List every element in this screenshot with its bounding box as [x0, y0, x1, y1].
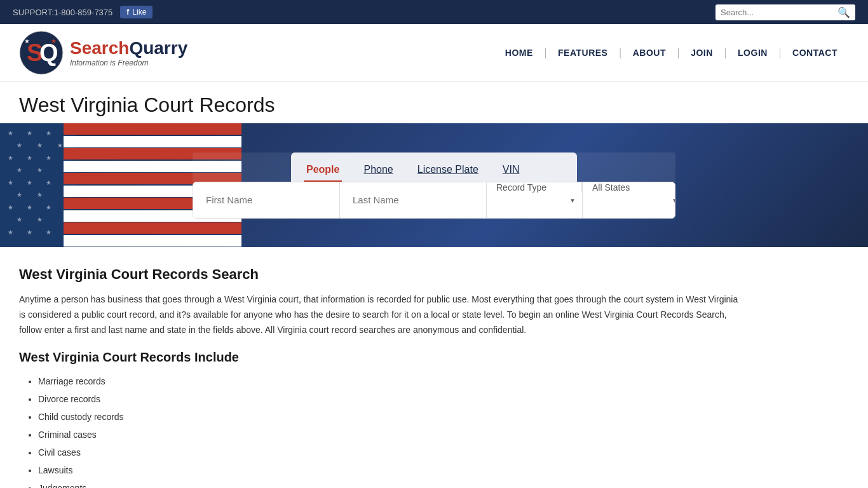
nav-home[interactable]: HOME	[494, 48, 545, 58]
search-icon[interactable]: 🔍	[837, 6, 850, 18]
first-name-input[interactable]	[193, 182, 340, 218]
fb-like-button[interactable]: f Like	[120, 6, 153, 18]
tab-vin[interactable]: VIN	[500, 159, 522, 182]
all-states-select[interactable]: All States Alabama Alaska West Virginia	[583, 182, 675, 193]
logo[interactable]: S Q ★ ★ SearchQuarry Information is Free…	[19, 30, 187, 75]
list-item: Criminal cases	[38, 426, 743, 444]
top-bar: SUPPORT:1-800-859-7375 f Like 🔍	[0, 0, 868, 24]
fb-icon: f	[126, 8, 129, 17]
logo-name-part1: Search	[70, 38, 129, 58]
tab-people[interactable]: People	[304, 159, 342, 182]
list-item: Marriage records	[38, 372, 743, 390]
list-item: Civil cases	[38, 444, 743, 461]
tab-license-plate[interactable]: License Plate	[415, 159, 481, 182]
nav-features[interactable]: FEATURES	[546, 48, 619, 58]
list-item: Judgements	[38, 479, 743, 488]
list-item: Child custody records	[38, 408, 743, 426]
record-type-wrapper: Record Type Criminal Civil Marriage Divo…	[487, 182, 583, 218]
hero-banner: ★ ★ ★ ★ ★ ★ ★ ★ ★ ★ ★ ★ ★ ★ ★ ★ ★ ★ ★ ★ …	[0, 123, 868, 247]
list-item: Divorce records	[38, 390, 743, 408]
logo-tagline: Information is Freedom	[70, 58, 187, 67]
search-panel: People Phone License Plate VIN Record Ty…	[193, 152, 675, 219]
top-bar-right: 🔍	[715, 4, 855, 20]
record-type-select[interactable]: Record Type Criminal Civil Marriage Divo…	[487, 182, 582, 193]
search-tabs: People Phone License Plate VIN	[291, 152, 577, 182]
svg-text:★: ★	[24, 37, 30, 44]
support-text: SUPPORT:1-800-859-7375	[13, 8, 112, 17]
main-nav: HOME | FEATURES | ABOUT | JOIN | LOGIN |…	[494, 47, 849, 58]
nav-about[interactable]: ABOUT	[621, 48, 677, 58]
page-title-section: West Virginia Court Records	[0, 82, 868, 123]
includes-list: Marriage recordsDivorce recordsChild cus…	[19, 372, 743, 488]
includes-title: West Virginia Court Records Include	[19, 350, 743, 365]
tab-phone[interactable]: Phone	[361, 159, 395, 182]
nav-contact[interactable]: CONTACT	[781, 48, 849, 58]
fb-like-label: Like	[132, 8, 146, 17]
all-states-wrapper: All States Alabama Alaska West Virginia	[583, 182, 675, 218]
logo-name-part2: Quarry	[129, 38, 187, 58]
top-bar-left: SUPPORT:1-800-859-7375 f Like	[13, 6, 153, 18]
top-search-bar[interactable]: 🔍	[715, 4, 855, 20]
content-description: Anytime a person has business that goes …	[19, 292, 743, 337]
last-name-input[interactable]	[340, 182, 487, 218]
page-title: West Virginia Court Records	[19, 93, 849, 117]
content-title: West Virginia Court Records Search	[19, 266, 743, 283]
nav-login[interactable]: LOGIN	[726, 48, 779, 58]
flag-decoration: ★ ★ ★ ★ ★ ★ ★ ★ ★ ★ ★ ★ ★ ★ ★ ★ ★ ★ ★ ★ …	[0, 123, 178, 247]
svg-text:★: ★	[51, 37, 57, 44]
top-search-input[interactable]	[721, 8, 837, 17]
header: S Q ★ ★ SearchQuarry Information is Free…	[0, 24, 868, 82]
list-item: Lawsuits	[38, 461, 743, 479]
logo-name: SearchQuarry	[70, 38, 187, 58]
search-form: Record Type Criminal Civil Marriage Divo…	[193, 182, 675, 219]
logo-text-block: SearchQuarry Information is Freedom	[70, 38, 187, 67]
logo-svg: S Q ★ ★	[19, 30, 64, 75]
nav-join[interactable]: JOIN	[679, 48, 724, 58]
content-section: West Virginia Court Records Search Anyti…	[0, 247, 763, 488]
